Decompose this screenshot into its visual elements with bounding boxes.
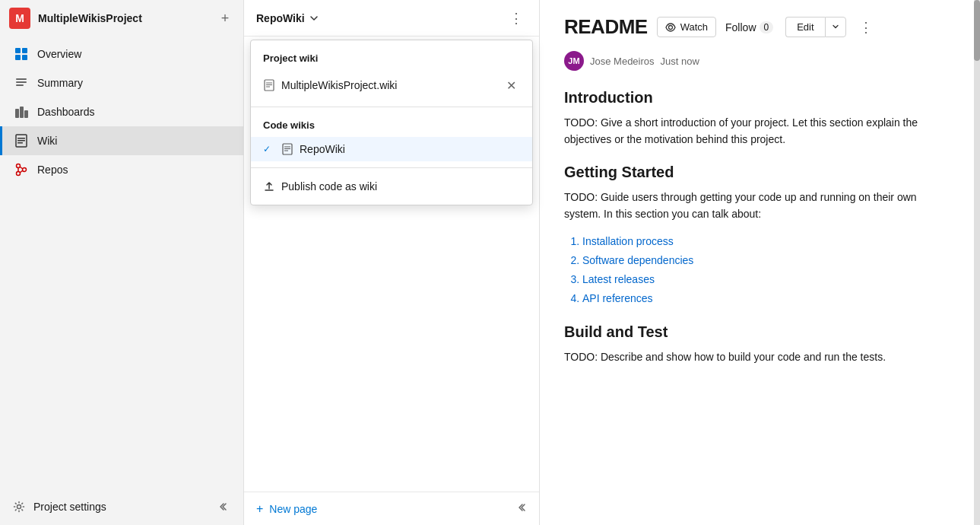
getting-started-list: Installation process Software dependenci…	[582, 232, 950, 309]
content-section-introduction: Introduction TODO: Give a short introduc…	[564, 89, 950, 148]
sidebar-item-label: Repos	[37, 164, 68, 176]
project-wiki-row: MultipleWikisProject.wiki ✕	[251, 70, 532, 100]
new-page-label: New page	[269, 503, 317, 515]
content-section-build-test: Build and Test TODO: Describe and show h…	[564, 323, 950, 365]
author-name: Jose Medeiros	[590, 56, 655, 67]
watch-label: Watch	[680, 21, 708, 33]
wiki-dropdown: Project wiki MultipleWikisProject.wiki ✕…	[250, 40, 533, 205]
content-section-getting-started: Getting Started TODO: Guide users throug…	[564, 164, 950, 309]
watch-button[interactable]: Watch	[657, 17, 716, 37]
wiki-header: RepoWiki ⋮	[244, 0, 539, 37]
edit-button[interactable]: Edit	[785, 17, 824, 37]
scroll-thumb[interactable]	[974, 0, 980, 61]
sidebar: M MultipleWikisProject + Overview	[0, 0, 243, 525]
svg-rect-2	[15, 55, 21, 60]
svg-rect-0	[15, 48, 21, 53]
list-item: Latest releases	[582, 270, 950, 289]
sidebar-header: M MultipleWikisProject +	[0, 0, 243, 37]
svg-rect-6	[16, 84, 24, 86]
page-icon	[263, 79, 275, 91]
repos-icon	[14, 163, 28, 177]
svg-line-19	[20, 170, 23, 173]
sidebar-item-label: Summary	[37, 77, 83, 89]
readme-title: README	[564, 15, 648, 39]
page-icon	[281, 143, 293, 155]
wiki-panel: RepoWiki ⋮ Project wiki MultipleWikisPro…	[243, 0, 540, 525]
svg-rect-9	[24, 110, 28, 118]
publish-label: Publish code as wiki	[281, 180, 377, 192]
overview-icon	[14, 47, 28, 61]
section-heading: Build and Test	[564, 323, 950, 341]
svg-rect-7	[15, 109, 19, 118]
sidebar-item-label: Wiki	[37, 135, 57, 147]
svg-rect-13	[17, 142, 23, 144]
code-wiki-item-label: RepoWiki	[300, 143, 345, 155]
avatar: JM	[564, 51, 584, 71]
sidebar-item-dashboards[interactable]: Dashboards	[0, 97, 243, 126]
dropdown-separator-2	[251, 167, 532, 168]
plus-icon: +	[256, 502, 263, 516]
svg-point-29	[668, 25, 672, 29]
svg-rect-5	[16, 81, 27, 83]
middle-footer: + New page	[244, 492, 539, 525]
publish-code-as-wiki-button[interactable]: Publish code as wiki	[251, 174, 532, 199]
sidebar-item-summary[interactable]: Summary	[0, 68, 243, 97]
header-more-button[interactable]: ⋮	[855, 17, 877, 38]
author-row: JM Jose Medeiros Just now	[564, 51, 950, 71]
code-wikis-section-label: Code wikis	[251, 113, 532, 137]
follow-button[interactable]: Follow 0	[725, 21, 773, 33]
section-heading: Introduction	[564, 89, 950, 107]
list-item: Installation process	[582, 232, 950, 251]
new-page-button[interactable]: + New page	[256, 502, 317, 516]
settings-icon	[12, 500, 26, 514]
wiki-more-button[interactable]: ⋮	[506, 8, 527, 29]
project-wiki-name[interactable]: MultipleWikisProject.wiki	[263, 79, 397, 91]
chevron-down-icon	[832, 23, 839, 30]
svg-rect-3	[22, 55, 27, 60]
scrollbar[interactable]	[974, 0, 980, 525]
close-project-wiki-button[interactable]: ✕	[502, 76, 520, 94]
project-settings-label: Project settings	[33, 501, 106, 513]
wiki-icon	[14, 134, 28, 148]
project-settings[interactable]: Project settings	[0, 488, 243, 525]
svg-rect-4	[16, 78, 27, 80]
list-item: API references	[582, 289, 950, 308]
edit-button-group: Edit	[785, 17, 845, 37]
section-body: TODO: Describe and show how to build you…	[564, 348, 950, 365]
edit-chevron-button[interactable]	[825, 17, 846, 37]
sidebar-item-overview[interactable]: Overview	[0, 40, 243, 68]
dropdown-separator	[251, 107, 532, 107]
section-heading: Getting Started	[564, 164, 950, 181]
project-name: MultipleWikisProject	[38, 12, 216, 24]
follow-label: Follow	[725, 21, 756, 33]
sidebar-item-repos[interactable]: Repos	[0, 155, 243, 184]
svg-rect-1	[22, 48, 27, 53]
project-wiki-item-label: MultipleWikisProject.wiki	[281, 79, 397, 91]
section-body: TODO: Give a short introduction of your …	[564, 114, 950, 148]
timestamp: Just now	[661, 56, 699, 67]
wiki-title-button[interactable]: RepoWiki	[256, 12, 319, 24]
svg-point-20	[17, 505, 21, 509]
main-content: README Watch Follow 0 Edit ⋮ JM Jose Med…	[540, 0, 974, 525]
code-wiki-item-repowiki[interactable]: ✓ RepoWiki	[251, 137, 532, 161]
project-wiki-section-label: Project wiki	[251, 46, 532, 70]
sidebar-item-wiki[interactable]: Wiki	[0, 126, 243, 155]
dashboards-icon	[14, 105, 28, 119]
svg-rect-12	[17, 140, 25, 142]
sidebar-item-label: Overview	[37, 48, 81, 60]
list-item: Software dependencies	[582, 251, 950, 270]
section-body: TODO: Guide users through getting your c…	[564, 189, 950, 223]
collapse-middle-button[interactable]	[515, 501, 527, 516]
publish-icon	[263, 180, 275, 192]
chevron-down-icon	[309, 14, 319, 23]
app-icon: M	[9, 8, 30, 29]
svg-rect-8	[20, 107, 24, 118]
add-project-button[interactable]: +	[216, 9, 234, 27]
readme-header: README Watch Follow 0 Edit ⋮	[564, 15, 950, 39]
check-icon: ✓	[263, 144, 275, 154]
follow-count: 0	[760, 21, 774, 33]
wiki-title-text: RepoWiki	[256, 12, 305, 24]
collapse-sidebar-button[interactable]	[213, 498, 231, 516]
summary-icon	[14, 76, 28, 90]
chevron-left-left-icon	[515, 501, 527, 514]
